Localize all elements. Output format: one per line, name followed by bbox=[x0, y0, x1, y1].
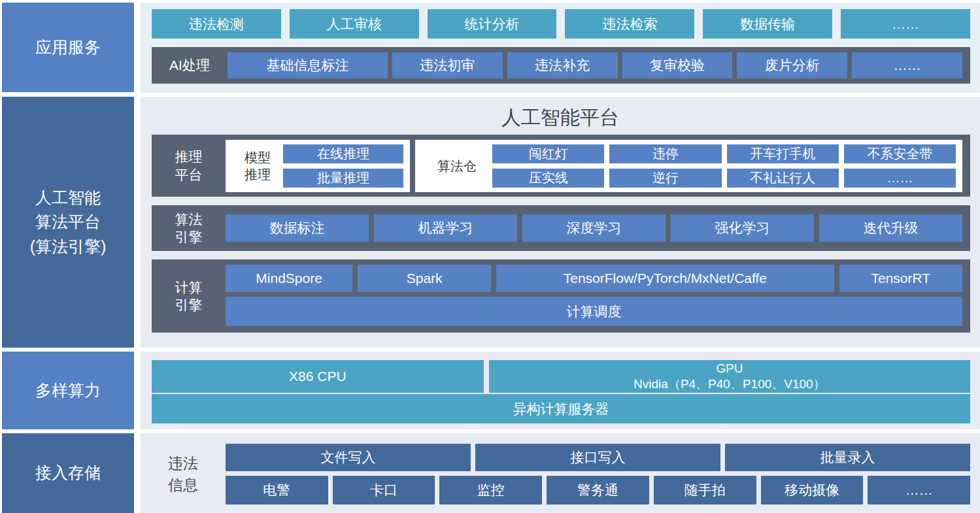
algorithm-block: 压实线 bbox=[492, 169, 604, 188]
algorithm-warehouse-label: 算法仓 bbox=[422, 157, 492, 174]
compute-framework-block: TensorFlow/PyTorch/MxNet/Caffe bbox=[496, 265, 834, 292]
gpu-line: Nvidia（P4、P40、P100、V100） bbox=[634, 376, 826, 392]
model-label-line: 模型 bbox=[245, 150, 271, 165]
ai-process-block: 基础信息标注 bbox=[228, 52, 388, 78]
algorithm-engine-content: 数据标注 机器学习 深度学习 强化学习 迭代升级 bbox=[226, 205, 970, 251]
data-source-row: 电警 卡口 监控 警务通 随手拍 移动摄像 …… bbox=[226, 476, 970, 505]
app-service-block-more: …… bbox=[841, 9, 970, 39]
algo-engine-block: 机器学习 bbox=[374, 214, 517, 242]
panel-computing-power: X86 CPU GPU Nvidia（P4、P40、P100、V100） 异构计… bbox=[141, 352, 980, 429]
sidebar-ai-line-1: 人工智能 bbox=[30, 186, 107, 210]
compute-framework-block: Spark bbox=[358, 265, 491, 292]
gpu-block: GPU Nvidia（P4、P40、P100、V100） bbox=[489, 360, 970, 393]
app-service-block: 统计分析 bbox=[428, 9, 557, 39]
model-inference-box: 模型 推理 在线推理 批量推理 bbox=[226, 140, 410, 192]
inference-platform-bar: 推理 平台 模型 推理 在线推理 批量推理 算法仓 bbox=[152, 135, 970, 197]
ai-process-block: 复审校验 bbox=[622, 52, 733, 78]
sidebar-computing-power: 多样算力 bbox=[2, 352, 134, 429]
algo-label-line: 引擎 bbox=[152, 228, 226, 246]
ai-platform-title: 人工智能平台 bbox=[141, 97, 980, 135]
algorithm-block-more: …… bbox=[844, 169, 956, 188]
algo-engine-block: 强化学习 bbox=[671, 214, 814, 242]
info-label-line: 违法 bbox=[168, 453, 198, 474]
cpu-block: X86 CPU bbox=[152, 360, 484, 393]
ai-process-row: 基础信息标注 违法初审 违法补充 复审校验 废片分析 …… bbox=[228, 52, 970, 78]
algorithm-warehouse-box: 算法仓 闯红灯 违停 开车打手机 不系安全带 压实线 逆行 不礼让行人 …… bbox=[415, 140, 962, 192]
panel-app-services: 违法检测 人工审核 统计分析 违法检索 数据传输 …… AI处理 基础信息标注 … bbox=[141, 3, 980, 93]
algo-engine-block: 深度学习 bbox=[522, 214, 666, 242]
algorithm-engine-label: 算法 引擎 bbox=[152, 205, 226, 251]
algorithm-block: 违停 bbox=[609, 144, 721, 163]
model-label-line: 推理 bbox=[245, 167, 271, 182]
app-service-block: 数据传输 bbox=[703, 9, 832, 39]
compute-label-line: 引擎 bbox=[152, 296, 226, 314]
algo-label-line: 算法 bbox=[152, 210, 226, 228]
compute-engine-bar: 计算 引擎 MindSpore Spark TensorFlow/PyTorch… bbox=[152, 259, 970, 333]
sidebar-access-storage: 接入存储 bbox=[2, 433, 134, 513]
ai-process-bar: AI处理 基础信息标注 违法初审 违法补充 复审校验 废片分析 …… bbox=[152, 47, 970, 84]
algo-engine-block: 迭代升级 bbox=[819, 214, 962, 242]
ai-process-block: 违法补充 bbox=[507, 52, 618, 78]
inference-platform-label: 推理 平台 bbox=[152, 135, 226, 197]
algorithm-block: 开车打手机 bbox=[727, 144, 839, 163]
ai-process-block-more: …… bbox=[852, 52, 962, 78]
ai-process-bar-label: AI处理 bbox=[152, 56, 228, 74]
app-service-block: 违法检索 bbox=[565, 9, 694, 39]
heterogeneous-server-block: 异构计算服务器 bbox=[152, 394, 970, 423]
algorithm-block: 闯红灯 bbox=[492, 144, 604, 163]
write-method-block: 接口写入 bbox=[475, 444, 720, 471]
sidebar-ai-algorithm-platform: 人工智能 算法平台 (算法引擎) bbox=[2, 97, 134, 348]
data-source-block: 电警 bbox=[226, 476, 328, 505]
model-inference-block: 在线推理 bbox=[283, 144, 403, 163]
ai-process-block: 废片分析 bbox=[737, 52, 847, 78]
ai-platform-architecture-diagram: 应用服务 人工智能 算法平台 (算法引擎) 多样算力 接入存储 违法检测 人工审… bbox=[0, 0, 980, 513]
app-service-row: 违法检测 人工审核 统计分析 违法检索 数据传输 …… bbox=[141, 3, 980, 39]
data-source-block: 随手拍 bbox=[654, 476, 756, 505]
model-inference-block: 批量推理 bbox=[283, 169, 403, 188]
algorithm-engine-bar: 算法 引擎 数据标注 机器学习 深度学习 强化学习 迭代升级 bbox=[152, 205, 970, 251]
compute-engine-row: MindSpore Spark TensorFlow/PyTorch/MxNet… bbox=[226, 265, 962, 292]
write-method-block: 文件写入 bbox=[226, 444, 471, 471]
sidebar-ai-line-2: 算法平台 bbox=[30, 210, 107, 235]
inference-label-line: 推理 bbox=[152, 148, 226, 165]
compute-scheduling-block: 计算调度 bbox=[226, 297, 962, 326]
illegal-info-label: 违法 信息 bbox=[141, 444, 226, 505]
data-source-block: 移动摄像 bbox=[761, 476, 864, 505]
computing-power-row: X86 CPU GPU Nvidia（P4、P40、P100、V100） bbox=[152, 360, 970, 393]
algorithm-block: 不礼让行人 bbox=[727, 169, 839, 188]
model-inference-label: 模型 推理 bbox=[232, 149, 283, 183]
algo-engine-block: 数据标注 bbox=[226, 214, 369, 242]
info-label-line: 信息 bbox=[168, 474, 198, 496]
sidebar-ai-line-3: (算法引擎) bbox=[30, 235, 107, 259]
sidebar-app-services: 应用服务 bbox=[2, 3, 134, 92]
inference-label-line: 平台 bbox=[152, 166, 226, 184]
panel-ai-platform: 人工智能平台 推理 平台 模型 推理 在线推理 批量推理 bbox=[141, 97, 980, 348]
compute-framework-block: TensorRT bbox=[839, 265, 962, 292]
ai-process-block: 违法初审 bbox=[392, 52, 503, 78]
panel-access-storage: 违法 信息 文件写入 接口写入 批量录入 电警 卡口 监控 警务通 随手拍 移动… bbox=[141, 433, 980, 513]
app-service-block: 违法检测 bbox=[152, 9, 281, 39]
gpu-line: GPU bbox=[716, 361, 743, 376]
compute-framework-block: MindSpore bbox=[226, 265, 352, 292]
inference-platform-content: 模型 推理 在线推理 批量推理 算法仓 闯红灯 违停 开车打手机 不系安全带 bbox=[226, 135, 970, 197]
data-source-block: 卡口 bbox=[333, 476, 435, 505]
write-method-row: 文件写入 接口写入 批量录入 bbox=[226, 444, 970, 471]
compute-engine-label: 计算 引擎 bbox=[152, 259, 226, 333]
compute-label-line: 计算 bbox=[152, 278, 226, 296]
data-source-block: 警务通 bbox=[547, 476, 649, 505]
access-storage-content: 文件写入 接口写入 批量录入 电警 卡口 监控 警务通 随手拍 移动摄像 …… bbox=[226, 444, 970, 505]
algorithm-block: 不系安全带 bbox=[844, 144, 956, 163]
algorithm-warehouse-grid: 闯红灯 违停 开车打手机 不系安全带 压实线 逆行 不礼让行人 …… bbox=[492, 144, 956, 188]
data-source-block-more: …… bbox=[868, 476, 970, 505]
app-service-block: 人工审核 bbox=[290, 9, 419, 39]
data-source-block: 监控 bbox=[439, 476, 542, 505]
compute-engine-content: MindSpore Spark TensorFlow/PyTorch/MxNet… bbox=[226, 259, 970, 333]
write-method-block: 批量录入 bbox=[725, 444, 970, 471]
model-inference-stack: 在线推理 批量推理 bbox=[283, 144, 403, 188]
algorithm-block: 逆行 bbox=[609, 169, 721, 188]
